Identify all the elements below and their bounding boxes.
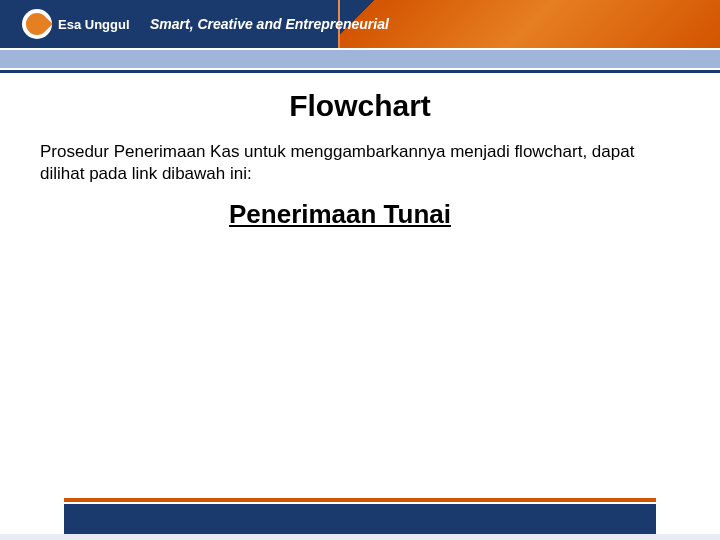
- brand-logo: Esa Unggul: [22, 9, 130, 39]
- footer-accent-line: [64, 498, 656, 502]
- logo-text: Esa Unggul: [58, 17, 130, 32]
- slide-title: Flowchart: [40, 89, 680, 123]
- footer-bar: [64, 504, 656, 534]
- body-paragraph: Prosedur Penerimaan Kas untuk menggambar…: [40, 141, 680, 185]
- slide-header: Esa Unggul Smart, Creative and Entrepren…: [0, 0, 720, 48]
- slide-footer: [0, 498, 720, 540]
- footer-edge: [0, 534, 720, 540]
- flowchart-link[interactable]: Penerimaan Tunai: [0, 199, 680, 230]
- header-divider: [0, 50, 720, 68]
- logo-icon: [22, 9, 52, 39]
- slide-content: Flowchart Prosedur Penerimaan Kas untuk …: [0, 73, 720, 230]
- tagline-text: Smart, Creative and Entrepreneurial: [150, 16, 389, 32]
